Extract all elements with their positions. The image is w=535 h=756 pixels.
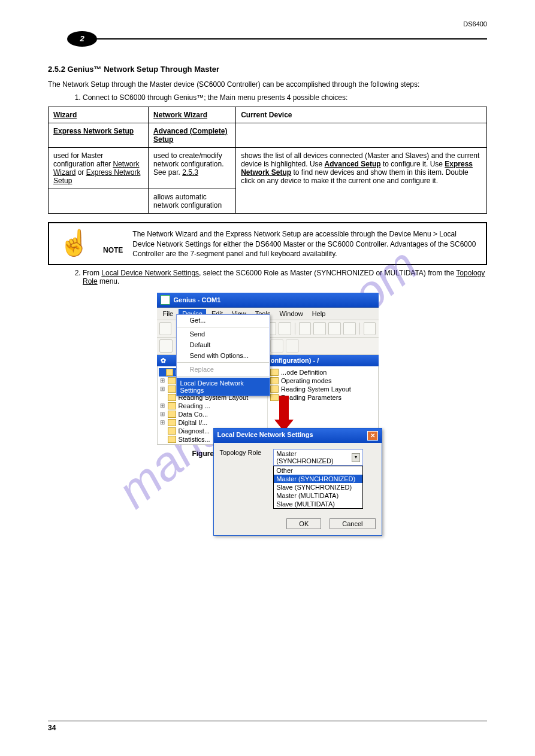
folder-icon <box>168 394 176 401</box>
folder-icon <box>168 436 176 443</box>
network-settings-dialog: Local Device Network Settings ✕ Topology… <box>213 428 382 536</box>
menu-item-send-options[interactable]: Send with Options... <box>177 350 270 361</box>
paste-icon[interactable] <box>328 322 341 335</box>
step-list: Connect to SC6000 through Genius™; the M… <box>59 93 487 102</box>
app-icon <box>161 295 170 305</box>
undo-icon[interactable] <box>270 339 283 353</box>
folder-icon <box>168 385 176 393</box>
page-footer: 34 <box>48 721 487 732</box>
gear-icon: ✿ <box>161 357 166 365</box>
menu-item-default[interactable]: Default <box>177 339 270 350</box>
row2-c3 <box>236 123 487 147</box>
th-network-wizard: Network Wizard <box>149 107 236 123</box>
section-title: 2.5.2 Genius™ Network Setup Through Mast… <box>48 65 487 74</box>
screenshot-figure: Genius - COM1 File Device Edit View Tool… <box>157 293 379 445</box>
list-item: Operating modes <box>269 377 377 385</box>
note-box: ☝ NOTE The Network Wizard and the Expres… <box>48 222 487 265</box>
folder-icon <box>168 411 176 418</box>
folder-icon <box>270 369 279 376</box>
header-product: DS6400 <box>463 20 487 28</box>
receive-icon[interactable] <box>279 322 291 335</box>
chevron-down-icon[interactable]: ▾ <box>352 453 360 462</box>
header-rule <box>84 38 487 40</box>
menu-item-replace: Replace <box>177 364 270 375</box>
th-current-device: Current Device <box>236 107 487 123</box>
topology-role-combo[interactable]: Master (SYNCHRONIZED) ▾ Other Master (SY… <box>273 449 363 509</box>
folder-icon <box>270 385 279 393</box>
step-list-2: From Local Device Network Settings, sele… <box>59 269 487 286</box>
delete-icon[interactable] <box>343 322 356 335</box>
menu-item-local-network[interactable]: Local Device Network Settings <box>177 378 270 396</box>
menu-file[interactable]: File <box>159 309 177 318</box>
row3-c1: used for Master configuration after Netw… <box>49 147 149 189</box>
row4-c2: allows automatic network configuration <box>149 189 236 213</box>
note-label: NOTE <box>103 246 123 254</box>
folder-icon <box>168 377 176 384</box>
genius-app-window: Genius - COM1 File Device Edit View Tool… <box>157 293 379 445</box>
callout-arrow-icon <box>276 396 292 430</box>
step-2: From Local Device Network Settings, sele… <box>83 269 487 286</box>
ok-button[interactable]: OK <box>286 518 321 529</box>
row2-c2: Advanced (Complete) Setup <box>149 123 236 147</box>
redo-icon[interactable] <box>286 339 299 353</box>
tree-item-reading: ⊞Reading ... <box>159 402 267 410</box>
chapter-badge: 2 <box>67 31 97 47</box>
row4-c1 <box>49 189 149 213</box>
folder-icon <box>270 377 279 384</box>
window-titlebar: Genius - COM1 <box>157 293 379 308</box>
page-header: DS6400 2 <box>48 30 487 47</box>
menu-help[interactable]: Help <box>309 309 330 318</box>
combo-value: Master (SYNCHRONIZED) <box>276 450 352 464</box>
close-icon[interactable]: ✕ <box>367 431 378 441</box>
dialog-title: Local Device Network Settings <box>217 431 313 441</box>
combo-option[interactable]: Slave (MULTIDATA) <box>274 500 362 508</box>
intro-text: The Network Setup through the Master dev… <box>48 80 487 90</box>
menu-item-send[interactable]: Send <box>177 329 270 339</box>
row2-c1: Express Network Setup <box>49 123 149 147</box>
note-text: The Network Wizard and the Express Netwo… <box>132 229 480 259</box>
topology-role-label: Topology Role <box>220 449 262 509</box>
folder-icon <box>168 419 176 426</box>
menu-item-get[interactable]: Get... <box>177 315 270 326</box>
row3-c2: used to create/modify network configurat… <box>149 147 236 189</box>
row3-c3: shows the list of all devices connected … <box>236 147 487 213</box>
folder-icon <box>166 369 173 376</box>
folder-icon <box>168 402 176 409</box>
cut-icon[interactable] <box>299 322 312 335</box>
list-item: Reading System Layout <box>269 385 377 393</box>
copy-icon[interactable] <box>313 322 326 335</box>
home-icon[interactable] <box>159 339 173 353</box>
device-dropdown[interactable]: Get... Send Default Send with Options...… <box>176 314 270 396</box>
menu-window[interactable]: Window <box>276 309 306 318</box>
choice-table: Wizard Network Wizard Current Device Exp… <box>48 107 487 214</box>
print-icon[interactable] <box>364 322 376 335</box>
page-number: 34 <box>48 724 56 732</box>
step-1: Connect to SC6000 through Genius™; the M… <box>83 93 487 102</box>
combo-dropdown-list: Other Master (SYNCHRONIZED) Slave (SYNCH… <box>273 466 363 509</box>
explorer-title: ...onfiguration) - / <box>265 357 319 365</box>
folder-icon <box>168 427 176 435</box>
cancel-button[interactable]: Cancel <box>330 518 375 529</box>
combo-option[interactable]: Master (MULTIDATA) <box>274 491 362 500</box>
th-wizard: Wizard <box>49 107 149 123</box>
list-item: ...ode Definition <box>269 368 377 377</box>
window-title: Genius - COM1 <box>174 296 221 303</box>
pointing-hand-icon: ☝ <box>55 228 93 258</box>
combo-option[interactable]: Other <box>274 466 362 475</box>
new-icon[interactable] <box>159 322 172 335</box>
tree-item-data: ⊞Data Co... <box>159 410 267 418</box>
combo-option-selected[interactable]: Master (SYNCHRONIZED) <box>274 475 362 483</box>
tree-item-digital: ⊞Digital I/... <box>159 418 267 427</box>
combo-option[interactable]: Slave (SYNCHRONIZED) <box>274 483 362 491</box>
